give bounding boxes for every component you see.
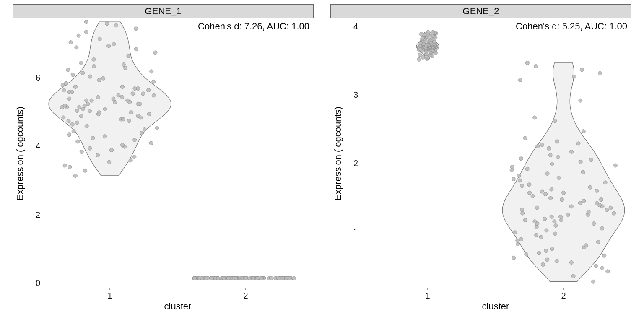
svg-point-306 (569, 261, 573, 265)
svg-point-300 (592, 280, 595, 283)
x-axis-area: 12 cluster (330, 288, 631, 318)
y-tick-label: 0 (28, 278, 40, 288)
y-tick-label: 6 (28, 73, 40, 83)
svg-point-65 (147, 88, 151, 92)
x-tick-mark (110, 288, 110, 290)
svg-point-367 (518, 179, 522, 182)
plot-panel: Cohen's d: 7.26, AUC: 1.00 (42, 18, 314, 288)
svg-point-87 (153, 51, 157, 55)
svg-point-331 (533, 220, 537, 223)
svg-point-327 (535, 225, 538, 229)
plot-area: Expression (logcounts) 1234 Cohen's d: 5… (330, 18, 631, 288)
svg-point-335 (543, 217, 547, 221)
svg-point-307 (555, 259, 558, 263)
svg-point-99 (84, 20, 88, 24)
svg-point-200 (417, 57, 421, 61)
y-tick-label: 3 (345, 90, 358, 100)
svg-point-283 (421, 36, 424, 40)
svg-point-199 (255, 276, 259, 280)
svg-point-93 (98, 37, 101, 41)
svg-point-323 (553, 232, 557, 236)
svg-point-360 (540, 190, 544, 193)
svg-point-77 (71, 73, 75, 77)
svg-point-298 (426, 30, 430, 34)
svg-point-36 (129, 111, 133, 114)
svg-point-316 (584, 244, 588, 247)
svg-point-3 (63, 164, 67, 167)
svg-point-7 (96, 153, 99, 157)
svg-point-31 (62, 116, 65, 119)
y-axis-label: Expression (logcounts) (15, 106, 26, 200)
svg-point-304 (594, 264, 598, 268)
svg-point-52 (85, 99, 88, 102)
svg-point-34 (147, 112, 151, 116)
svg-point-398 (534, 65, 538, 68)
svg-point-70 (73, 85, 77, 89)
svg-point-0 (73, 174, 77, 177)
y-axis-ticks: 1234 (345, 18, 360, 288)
svg-point-384 (547, 146, 551, 150)
svg-point-308 (545, 258, 549, 262)
svg-point-378 (579, 160, 582, 164)
svg-point-61 (131, 92, 135, 96)
svg-point-355 (549, 196, 553, 200)
svg-point-347 (569, 205, 573, 208)
svg-point-39 (75, 109, 79, 113)
svg-point-46 (63, 104, 67, 107)
svg-point-27 (127, 119, 131, 123)
x-axis-ticks: 12 (42, 288, 314, 301)
svg-point-311 (525, 252, 528, 256)
svg-point-91 (112, 42, 116, 46)
svg-point-334 (523, 218, 527, 222)
svg-point-366 (603, 181, 607, 184)
svg-point-49 (86, 102, 90, 106)
y-tick-label: 1 (345, 227, 358, 236)
svg-point-399 (525, 61, 529, 65)
svg-point-95 (84, 30, 88, 34)
svg-point-373 (510, 168, 514, 172)
svg-point-183 (193, 276, 197, 280)
svg-point-53 (90, 99, 93, 102)
svg-point-376 (613, 164, 617, 167)
svg-point-325 (545, 229, 548, 232)
svg-point-26 (67, 119, 70, 123)
svg-point-2 (68, 165, 72, 169)
svg-point-345 (609, 206, 613, 210)
svg-point-41 (103, 107, 107, 111)
svg-point-197 (226, 276, 230, 280)
svg-point-16 (91, 136, 95, 140)
plot-svg (42, 18, 314, 288)
svg-point-309 (512, 256, 516, 260)
svg-point-48 (137, 102, 140, 106)
svg-point-301 (571, 274, 575, 278)
svg-point-60 (152, 93, 156, 97)
svg-point-293 (419, 32, 423, 36)
svg-point-388 (555, 140, 559, 143)
svg-point-305 (541, 262, 545, 266)
svg-point-394 (518, 78, 522, 82)
svg-point-21 (143, 127, 146, 131)
svg-point-369 (557, 176, 561, 179)
facet-strip: GENE_1 (13, 4, 314, 18)
svg-point-17 (103, 135, 106, 138)
svg-point-380 (519, 157, 523, 161)
y-axis-label-col: Expression (logcounts) (330, 18, 345, 288)
svg-point-303 (600, 266, 604, 270)
svg-point-196 (269, 276, 273, 280)
svg-point-64 (67, 90, 71, 94)
svg-point-341 (521, 211, 525, 215)
svg-point-22 (155, 126, 159, 130)
svg-point-192 (277, 276, 280, 280)
svg-point-79 (150, 70, 153, 73)
svg-point-321 (539, 235, 543, 239)
svg-point-319 (516, 239, 519, 242)
svg-point-89 (75, 46, 78, 49)
svg-point-6 (132, 155, 136, 159)
svg-point-391 (553, 119, 557, 123)
svg-point-76 (88, 75, 92, 78)
svg-point-340 (612, 211, 616, 215)
svg-point-393 (579, 99, 582, 102)
x-axis-ticks: 12 (360, 288, 631, 301)
svg-point-358 (562, 191, 566, 195)
svg-point-337 (559, 215, 563, 218)
